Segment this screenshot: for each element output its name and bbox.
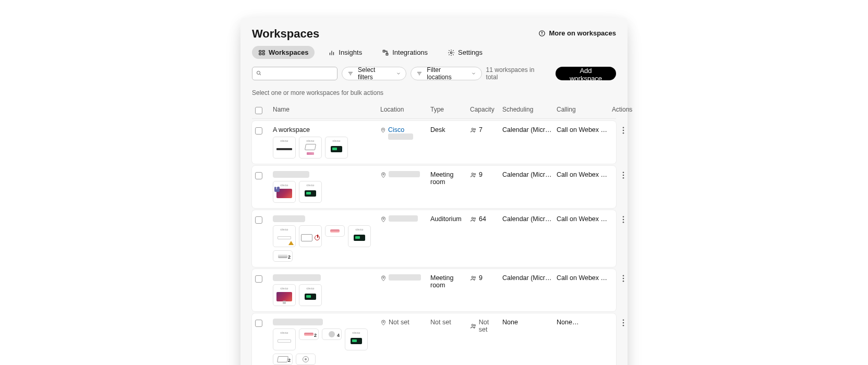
device-thumb[interactable]: cisco <box>299 181 322 203</box>
device-thumb[interactable]: cisco <box>273 181 296 203</box>
svg-point-22 <box>472 128 473 129</box>
tab-insights[interactable]: Insights <box>322 46 368 59</box>
svg-line-14 <box>260 74 261 75</box>
tab-settings[interactable]: Settings <box>441 46 489 59</box>
col-calling[interactable]: Calling <box>557 106 609 113</box>
tab-workspaces-label: Workspaces <box>269 48 308 56</box>
col-type[interactable]: Type <box>430 106 467 113</box>
table-row[interactable]: cisco cisco Meeting room 9 Calendar (Mic… <box>252 269 616 311</box>
calling-cell: Call on Webex (1:1… <box>557 171 609 178</box>
svg-point-29 <box>474 173 476 175</box>
location-notset: Not set <box>389 319 409 326</box>
row-checkbox[interactable] <box>255 216 262 224</box>
device-thumb[interactable]: cisco <box>273 137 296 159</box>
svg-point-24 <box>623 127 624 128</box>
type-cell: Not set <box>430 319 467 326</box>
device-thumbs: cisco cisco <box>273 284 377 306</box>
device-thumb[interactable] <box>296 354 316 365</box>
device-thumb[interactable] <box>299 225 322 247</box>
table-row[interactable]: A workspace cisco cisco cisco Cisco Desk… <box>252 121 616 164</box>
svg-point-12 <box>450 52 452 54</box>
svg-point-45 <box>383 321 384 323</box>
device-thumb[interactable]: 2 <box>273 354 293 365</box>
calling-cell: None… <box>557 319 609 326</box>
device-thumb[interactable]: 4 <box>322 328 342 340</box>
location-cell <box>380 171 427 178</box>
svg-point-33 <box>383 218 384 220</box>
location-cell <box>380 274 427 282</box>
table-row[interactable]: cisco cisco 2 Auditorium 64 Calendar (Mi… <box>252 210 616 267</box>
capacity-value: 7 <box>479 126 483 133</box>
workspace-name-redacted <box>273 215 305 222</box>
device-thumb[interactable]: cisco <box>299 137 322 159</box>
row-actions-button[interactable] <box>619 319 628 327</box>
device-thumb[interactable]: 2 <box>299 328 319 340</box>
row-actions-button[interactable] <box>619 126 628 135</box>
svg-point-30 <box>623 172 624 173</box>
row-checkbox[interactable] <box>255 320 262 327</box>
device-thumbs: cisco cisco 2 <box>273 225 377 262</box>
tab-integrations[interactable]: Integrations <box>376 46 434 59</box>
svg-point-38 <box>623 222 624 223</box>
workspaces-panel: Workspaces More on workspaces Workspaces… <box>240 18 628 365</box>
svg-rect-4 <box>262 50 264 52</box>
kebab-icon <box>622 319 624 326</box>
device-thumb[interactable]: cisco <box>325 137 348 159</box>
svg-point-36 <box>623 216 624 217</box>
workspace-name-redacted <box>273 274 321 281</box>
row-actions-button[interactable] <box>619 171 628 179</box>
col-capacity[interactable]: Capacity <box>470 106 499 113</box>
device-thumb[interactable]: 2 <box>273 250 293 262</box>
device-thumb[interactable] <box>325 225 345 237</box>
svg-rect-11 <box>386 53 388 55</box>
people-icon <box>470 127 477 133</box>
device-thumb[interactable]: cisco <box>348 225 371 247</box>
row-checkbox[interactable] <box>255 127 262 135</box>
tab-workspaces[interactable]: Workspaces <box>252 46 315 59</box>
svg-point-41 <box>474 276 476 278</box>
svg-point-48 <box>623 319 624 321</box>
location-link[interactable]: Cisco <box>388 126 404 133</box>
settings-icon <box>448 49 455 56</box>
svg-point-47 <box>474 324 476 326</box>
row-actions-button[interactable] <box>619 215 628 224</box>
svg-point-37 <box>623 219 624 221</box>
tab-insights-label: Insights <box>339 48 362 56</box>
svg-point-49 <box>623 322 624 324</box>
device-thumb[interactable]: cisco <box>273 328 296 350</box>
row-checkbox[interactable] <box>255 172 262 179</box>
type-cell: Desk <box>430 126 467 133</box>
table-row[interactable]: cisco cisco Meeting room 9 Calendar (Mic… <box>252 166 616 208</box>
calling-cell: Call on Webex (1:1… <box>557 274 609 282</box>
col-location[interactable]: Location <box>380 106 427 113</box>
device-thumb[interactable]: cisco <box>273 284 296 306</box>
people-icon <box>470 216 477 223</box>
svg-point-34 <box>472 217 473 218</box>
chevron-down-icon <box>471 71 476 76</box>
add-workspace-button[interactable]: Add workspace <box>556 67 616 80</box>
row-actions-button[interactable] <box>619 274 628 283</box>
workspace-name-redacted <box>273 171 309 178</box>
row-checkbox[interactable] <box>255 275 262 283</box>
people-icon <box>470 172 477 178</box>
select-all-checkbox[interactable] <box>255 107 262 114</box>
search-input[interactable] <box>252 67 337 80</box>
table-row[interactable]: cisco 2 4 cisco 2 Not set Not set Not se… <box>252 313 616 365</box>
svg-point-46 <box>472 324 473 325</box>
col-name[interactable]: Name <box>273 106 377 113</box>
capacity-value: 9 <box>479 171 483 178</box>
select-filters-chip[interactable]: Select filters <box>342 67 406 80</box>
svg-point-43 <box>623 278 624 279</box>
device-thumb[interactable]: cisco <box>299 284 322 306</box>
bulk-actions-hint: Select one or more workspaces for bulk a… <box>252 89 616 96</box>
more-on-workspaces-link[interactable]: More on workspaces <box>538 27 616 37</box>
device-thumb[interactable]: cisco <box>273 225 296 247</box>
info-icon <box>538 30 546 37</box>
device-thumb[interactable]: cisco <box>345 328 368 350</box>
filter-icon <box>347 70 354 77</box>
filter-locations-chip[interactable]: Filter locations <box>411 67 481 80</box>
svg-point-39 <box>383 277 384 278</box>
col-scheduling[interactable]: Scheduling <box>502 106 553 113</box>
svg-point-42 <box>623 275 624 276</box>
svg-rect-3 <box>259 50 261 52</box>
